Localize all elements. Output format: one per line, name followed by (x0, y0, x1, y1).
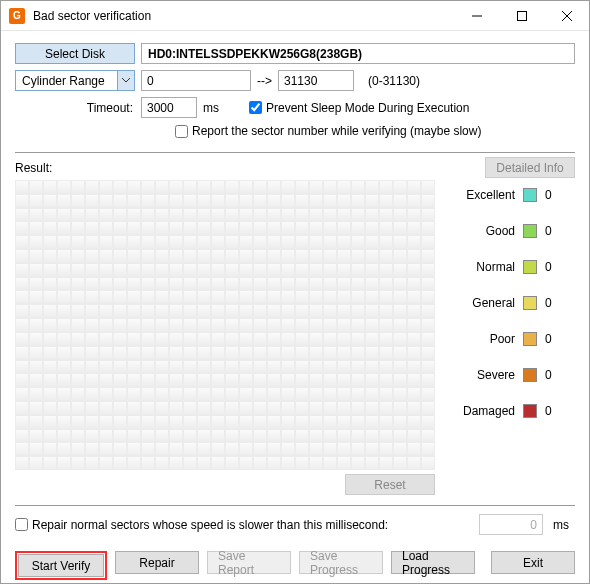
repair-slow-label: Repair normal sectors whose speed is slo… (32, 518, 388, 532)
report-sector-label: Report the sector number while verifying… (192, 124, 481, 138)
range-from-input[interactable] (141, 70, 251, 91)
legend-swatch (523, 332, 537, 346)
report-sector-checkbox[interactable]: Report the sector number while verifying… (175, 124, 481, 138)
sector-grid (15, 180, 435, 470)
legend-count: 0 (545, 188, 563, 202)
legend-row: Severe0 (445, 368, 575, 382)
timeout-input[interactable] (141, 97, 197, 118)
close-button[interactable] (544, 1, 589, 30)
legend-swatch (523, 368, 537, 382)
legend-label: Excellent (466, 188, 515, 202)
content-area: Select Disk HD0:INTELSSDPEKKW256G8(238GB… (1, 31, 589, 584)
legend-row: Poor0 (445, 332, 575, 346)
divider (15, 152, 575, 153)
range-to-input[interactable] (278, 70, 354, 91)
legend-label: Damaged (463, 404, 515, 418)
maximize-icon (517, 11, 527, 21)
timeout-unit: ms (203, 101, 219, 115)
prevent-sleep-label: Prevent Sleep Mode During Execution (266, 101, 469, 115)
dropdown-arrow (117, 71, 134, 90)
prevent-sleep-checkbox[interactable]: Prevent Sleep Mode During Execution (249, 101, 469, 115)
repair-slow-input[interactable] (15, 518, 28, 531)
minimize-button[interactable] (454, 1, 499, 30)
maximize-button[interactable] (499, 1, 544, 30)
minimize-icon (472, 11, 482, 21)
legend-swatch (523, 260, 537, 274)
svg-rect-1 (517, 11, 526, 20)
repair-slow-unit: ms (553, 518, 569, 532)
legend-count: 0 (545, 332, 563, 346)
window-root: G Bad sector verification Select Disk HD… (0, 0, 590, 584)
start-verify-highlight: Start Verify (15, 551, 107, 580)
save-report-button[interactable]: Save Report (207, 551, 291, 574)
legend-label: Normal (476, 260, 515, 274)
chevron-down-icon (122, 78, 130, 83)
detailed-info-button[interactable]: Detailed Info (485, 157, 575, 178)
legend-row: Normal0 (445, 260, 575, 274)
window-title: Bad sector verification (33, 9, 151, 23)
start-verify-button[interactable]: Start Verify (18, 554, 104, 577)
legend-count: 0 (545, 224, 563, 238)
range-mode-label: Cylinder Range (22, 74, 105, 88)
reset-button[interactable]: Reset (345, 474, 435, 495)
repair-slow-checkbox[interactable]: Repair normal sectors whose speed is slo… (15, 518, 388, 532)
legend-swatch (523, 296, 537, 310)
result-label: Result: (15, 161, 52, 175)
legend-count: 0 (545, 260, 563, 274)
load-progress-button[interactable]: Load Progress (391, 551, 475, 574)
repair-button[interactable]: Repair (115, 551, 199, 574)
report-sector-input[interactable] (175, 125, 188, 138)
range-mode-select[interactable]: Cylinder Range (15, 70, 135, 91)
prevent-sleep-input[interactable] (249, 101, 262, 114)
app-icon: G (9, 8, 25, 24)
legend-swatch (523, 188, 537, 202)
divider (15, 505, 575, 506)
legend-row: Damaged0 (445, 404, 575, 418)
legend: Excellent0Good0Normal0General0Poor0Sever… (445, 180, 575, 470)
legend-row: Excellent0 (445, 188, 575, 202)
legend-count: 0 (545, 404, 563, 418)
exit-button[interactable]: Exit (491, 551, 575, 574)
save-progress-button[interactable]: Save Progress (299, 551, 383, 574)
legend-label: General (472, 296, 515, 310)
legend-count: 0 (545, 368, 563, 382)
legend-row: Good0 (445, 224, 575, 238)
timeout-label: Timeout: (15, 101, 135, 115)
legend-label: Severe (477, 368, 515, 382)
select-disk-button[interactable]: Select Disk (15, 43, 135, 64)
repair-slow-ms-input[interactable] (479, 514, 543, 535)
legend-swatch (523, 404, 537, 418)
range-arrow-label: --> (257, 74, 272, 88)
legend-label: Good (486, 224, 515, 238)
legend-swatch (523, 224, 537, 238)
legend-row: General0 (445, 296, 575, 310)
legend-label: Poor (490, 332, 515, 346)
selected-disk-display: HD0:INTELSSDPEKKW256G8(238GB) (141, 43, 575, 64)
titlebar: G Bad sector verification (1, 1, 589, 31)
close-icon (562, 11, 572, 21)
legend-count: 0 (545, 296, 563, 310)
range-hint: (0-31130) (368, 74, 420, 88)
